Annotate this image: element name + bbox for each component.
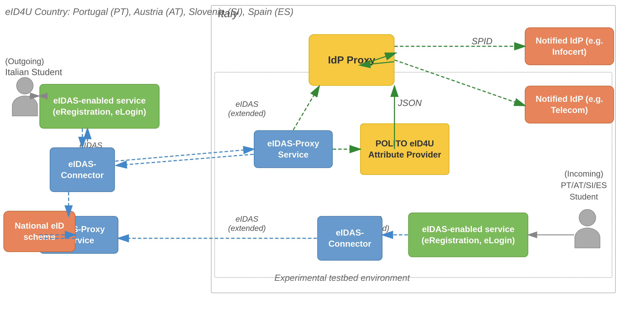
incoming-student-person [574, 209, 600, 248]
polito-attribute-provider: POLITO eID4U Attribute Provider [360, 123, 449, 175]
eidas-connector-bottom-right: eIDAS- Connector [317, 216, 382, 261]
eid4u-countries-label: eID4U Country: Portugal (PT), Austria (A… [5, 5, 294, 18]
national-eid-scheme: National eID scheme [4, 211, 76, 252]
notified-idp-1: Notified IdP (e.g. Infocert) [525, 27, 614, 65]
idp-proxy: IdP Proxy [309, 34, 394, 86]
diagram: eID4U Country: Portugal (PT), Austria (A… [0, 0, 644, 312]
json-label: JSON [398, 98, 422, 108]
italian-student-label: Italian Student [5, 67, 62, 77]
incoming-label: (Incoming)PT/AT/SI/ESStudent [561, 168, 607, 203]
eidas-enabled-service-bottom-right: eIDAS-enabled service (eRegistration, eL… [408, 213, 528, 257]
eidas-connector-left: eIDAS- Connector [50, 147, 115, 192]
italian-student-person [12, 77, 38, 116]
eidas-extended-label-2: eIDAS(extended) [228, 99, 266, 118]
eidas-enabled-service-top: eIDAS-enabled service (eRegistration, eL… [40, 84, 160, 129]
spid-label: SPID [472, 36, 492, 46]
notified-idp-2: Notified IdP (e.g. Telecom) [525, 86, 614, 123]
eidas-proxy-service-top-right: eIDAS-Proxy Service [254, 130, 333, 168]
experimental-label: Experimental testbed environment [274, 273, 410, 283]
eidas-extended-label-3: eIDAS(extended) [228, 214, 266, 233]
italy-label: Italy [218, 7, 238, 20]
outgoing-label: (Outgoing) [5, 56, 44, 66]
